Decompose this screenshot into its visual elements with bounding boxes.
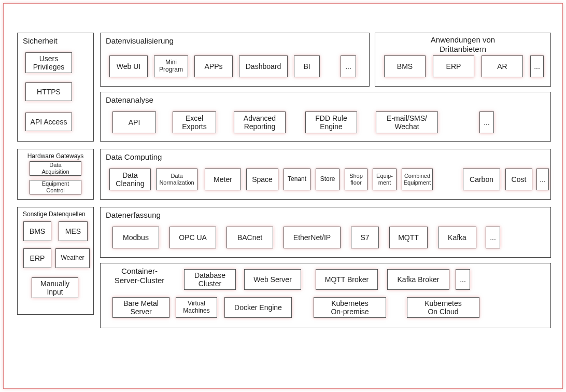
box-data-acquisition: Data Acquisition <box>30 161 81 176</box>
box-carbon: Carbon <box>463 169 500 190</box>
box-api-access: API Access <box>25 113 72 131</box>
box-dashboard: Dashboard <box>239 55 288 77</box>
box-cluster-row1-more: ... <box>456 269 470 290</box>
box-mqtt: MQTT <box>389 227 428 248</box>
box-ethernetip: EtherNet/IP <box>284 227 341 248</box>
box-modbus: Modbus <box>112 227 159 248</box>
box-equipment-control: Equipment Control <box>30 180 81 194</box>
box-bacnet: BACnet <box>227 227 273 248</box>
box-mqtt-broker: MQTT Broker <box>316 269 378 290</box>
box-docker-engine: Docker Engine <box>224 297 292 318</box>
box-api: API <box>112 111 156 133</box>
diagram-frame: Sicherheit Users Privileges HTTPS API Ac… <box>3 3 563 389</box>
box-mes-src: MES <box>59 221 88 241</box>
box-email-sms-wechat: E-mail/SMS/ Wechat <box>376 111 438 133</box>
box-erp-src: ERP <box>23 248 51 268</box>
box-bi: BI <box>294 55 320 77</box>
box-shop-floor: Shop floor <box>345 169 367 190</box>
box-acq-more: ... <box>486 227 500 248</box>
panel-title-computing: Data Computing <box>106 152 545 162</box>
box-erp-tp: ERP <box>433 55 474 77</box>
panel-title-gateways: Hardware Gateways <box>23 152 88 160</box>
panel-title-visualization: Datenvisualisierung <box>106 36 364 46</box>
box-opcua: OPC UA <box>169 227 216 248</box>
box-combined-equipment: Combined Equipment <box>402 169 433 190</box>
box-kafka-broker: Kafka Broker <box>387 269 449 290</box>
box-meter: Meter <box>205 169 241 190</box>
box-virtual-machines: Virtual Machines <box>176 297 217 318</box>
box-data-normalization: Data Normalization <box>156 169 197 190</box>
panel-title-othersources: Sonstige Datenquellen <box>23 211 88 218</box>
box-weather-src: Weather <box>55 248 90 268</box>
box-web-server: Web Server <box>244 269 301 290</box>
box-bare-metal: Bare Metal Server <box>112 297 169 318</box>
box-equipment: Equip- ment <box>373 169 397 190</box>
box-tenant: Tenant <box>284 169 310 190</box>
box-k8s-onprem: Kubernetes On-premise <box>314 297 386 318</box>
panel-title-thirdparty: Anwendungen von Drittanbietern <box>380 35 545 54</box>
box-computing-more: ... <box>536 169 549 190</box>
box-advanced-reporting: Advanced Reporting <box>234 111 286 133</box>
box-web-ui: Web UI <box>109 55 148 77</box>
box-tp-more: ... <box>530 55 544 77</box>
box-bms-tp: BMS <box>384 55 426 77</box>
box-k8s-cloud: Kubernetes On Cloud <box>407 297 479 318</box>
box-manual-input: Manually Input <box>32 277 78 298</box>
box-mini-program: Mini Program <box>154 55 188 77</box>
box-database-cluster: Database Cluster <box>184 269 236 290</box>
panel-title-analysis: Datenanalyse <box>106 95 545 105</box>
box-analysis-more: ... <box>479 111 494 133</box>
box-users-privileges: Users Privileges <box>25 52 72 73</box>
panel-title-cluster: Container- Server-Cluster <box>106 267 173 285</box>
box-ar-tp: AR <box>482 55 523 77</box>
panel-title-security: Sicherheit <box>23 36 88 46</box>
box-cost: Cost <box>505 169 532 190</box>
box-data-cleaning: Data Cleaning <box>109 169 151 190</box>
panel-title-acquisition: Datenerfassung <box>106 211 545 220</box>
box-kafka: Kafka <box>438 227 476 248</box>
box-space: Space <box>246 169 278 190</box>
box-excel-exports: Excel Exports <box>173 111 216 133</box>
box-apps: APPs <box>194 55 233 77</box>
box-s7: S7 <box>351 227 379 248</box>
box-viz-more: ... <box>341 55 356 77</box>
box-bms-src: BMS <box>23 221 51 241</box>
box-store: Store <box>316 169 339 190</box>
box-https: HTTPS <box>25 82 72 101</box>
box-fdd-rule-engine: FDD Rule Engine <box>305 111 357 133</box>
